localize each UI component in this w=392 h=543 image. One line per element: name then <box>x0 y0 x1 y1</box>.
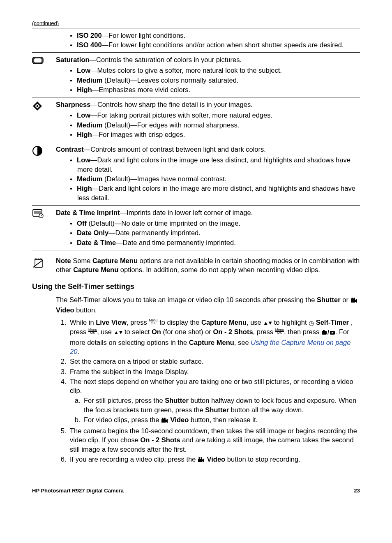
dt-datetime: Date & Time <box>77 239 116 246</box>
camera-playback-icon: / <box>321 328 335 337</box>
svg-marker-17 <box>355 299 357 303</box>
dt-off-desc: (Default)—No date or time imprinted on t… <box>87 220 240 227</box>
svg-marker-30 <box>202 458 204 462</box>
ct-low: Low <box>77 156 90 164</box>
self-timer-intro: The Self-Timer allows you to take an ima… <box>56 295 360 315</box>
svg-rect-25 <box>161 419 166 423</box>
note-block: Note Some Capture Menu options are not a… <box>32 256 360 275</box>
row-sharpness: Sharpness—Controls how sharp the fine de… <box>32 97 360 142</box>
svg-point-31 <box>198 457 200 459</box>
iso400-desc: —For lower light conditions and/or actio… <box>102 41 344 49</box>
dt-dateonly: Date Only <box>77 229 108 236</box>
continued-label: (continued) <box>32 20 360 27</box>
sat-high: High <box>77 86 92 93</box>
note-t1: Some <box>71 257 92 264</box>
sh-med-desc: (Default)—For edges with normal sharpnes… <box>102 121 239 129</box>
svg-rect-21 <box>323 330 325 331</box>
up-down-arrows-icon: ▲▼ <box>114 329 123 335</box>
sat-med-desc: (Default)—Leaves colors normally saturat… <box>102 76 238 84</box>
svg-point-27 <box>162 418 164 419</box>
row-saturation: Saturation—Controls the saturation of co… <box>32 52 360 97</box>
svg-point-18 <box>351 298 353 299</box>
svg-rect-29 <box>198 459 202 462</box>
step-6: If you are recording a video clip, press… <box>68 455 360 465</box>
dt-dateonly-desc: —Date permanently imprinted. <box>108 229 201 236</box>
svg-rect-1 <box>34 58 42 62</box>
sh-high-desc: —For images with crisp edges. <box>92 131 185 138</box>
video-icon <box>161 416 168 425</box>
note-t3: options. In addition, some do not apply … <box>118 266 320 273</box>
footer-product: HP Photosmart R927 Digital Camera <box>32 487 124 494</box>
svg-marker-26 <box>166 419 168 423</box>
row-date-time-imprint: Date & Time Imprint—Imprints date in low… <box>32 205 360 250</box>
video-icon <box>198 456 205 465</box>
sat-high-desc: —Emphasizes more vivid colors. <box>92 86 190 93</box>
contrast-intro: —Controls amount of contrast between lig… <box>84 146 266 153</box>
sh-low-desc: —For taking portrait pictures with softe… <box>90 111 272 119</box>
step-2: Set the camera on a tripod or stable sur… <box>68 357 360 366</box>
ct-high: High <box>77 185 92 192</box>
note-icon <box>32 257 45 271</box>
ct-med: Medium <box>77 175 102 183</box>
row-iso: ISO 200—For lower light conditions. ISO … <box>32 28 360 53</box>
note-b2: Capture Menu <box>73 266 118 273</box>
sharpness-title: Sharpness <box>56 101 90 108</box>
svg-rect-20 <box>322 331 327 335</box>
step-3: Frame the subject in the Image Display. <box>68 367 360 376</box>
note-label: Note <box>56 257 71 264</box>
up-down-arrows-icon: ▲▼ <box>263 320 272 326</box>
iso400-label: ISO 400 <box>77 41 102 49</box>
iso200-label: ISO 200 <box>77 32 102 39</box>
saturation-icon <box>32 56 44 67</box>
ct-low-desc: —Dark and light colors in the image are … <box>77 156 350 173</box>
sh-med: Medium <box>77 121 102 129</box>
page-footer: HP Photosmart R927 Digital Camera 23 <box>32 487 360 494</box>
contrast-title: Contrast <box>56 146 84 153</box>
date-title: Date & Time Imprint <box>56 209 120 216</box>
note-b1: Capture Menu <box>92 257 138 264</box>
ct-high-desc: —Dark and light colors in the image are … <box>77 185 355 201</box>
self-timer-heading: Using the Self-Timer settings <box>32 282 360 291</box>
svg-point-19 <box>353 298 355 299</box>
sharpness-intro: —Controls how sharp the fine detail is i… <box>90 101 252 108</box>
sharpness-icon <box>32 101 43 113</box>
saturation-title: Saturation <box>56 56 90 63</box>
step-4b: For video clips, press the Video button,… <box>82 415 360 425</box>
sat-low-desc: —Mutes colors to give a softer, more nat… <box>90 67 282 74</box>
svg-text:/: / <box>327 330 329 335</box>
step-1: While in Live View, press MenuOK to disp… <box>68 318 360 356</box>
date-intro: —Imprints date in lower left corner of i… <box>120 209 253 216</box>
sh-high: High <box>77 131 92 138</box>
dt-datetime-desc: —Date and time permanently imprinted. <box>116 239 236 246</box>
step-4a: For still pictures, press the Shutter bu… <box>82 396 360 414</box>
saturation-intro: —Controls the saturation of colors in yo… <box>90 56 242 63</box>
sat-med: Medium <box>77 76 102 84</box>
date-time-imprint-icon <box>32 209 44 221</box>
svg-point-28 <box>164 418 166 419</box>
footer-page-number: 23 <box>354 487 360 494</box>
iso-icon-placeholder <box>32 31 56 50</box>
dt-off: Off <box>77 220 87 227</box>
menu-ok-icon: MenuOK <box>88 328 97 334</box>
menu-ok-icon: MenuOK <box>149 319 157 325</box>
svg-rect-16 <box>351 299 355 303</box>
contrast-icon <box>32 146 43 158</box>
steps-list: While in Live View, press MenuOK to disp… <box>56 318 360 465</box>
sat-low: Low <box>77 67 90 74</box>
row-contrast: Contrast—Controls amount of contrast bet… <box>32 142 360 205</box>
step-5: The camera begins the 10-second countdow… <box>68 426 360 454</box>
iso200-desc: —For lower light conditions. <box>102 32 186 39</box>
sh-low: Low <box>77 111 90 119</box>
menu-ok-icon: MenuOK <box>275 328 284 334</box>
video-icon <box>350 296 358 305</box>
step-4: The next steps depend on whether you are… <box>68 377 360 425</box>
svg-point-32 <box>201 457 202 459</box>
self-timer-icon: ◷ <box>309 319 314 326</box>
ct-med-desc: (Default)—Images have normal contrast. <box>102 175 226 183</box>
